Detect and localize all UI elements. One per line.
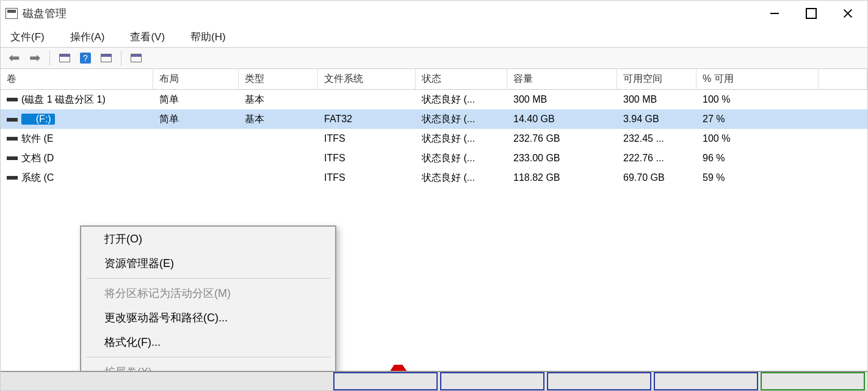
cell-capacity: 233.00 GB — [507, 150, 617, 166]
cell-type — [239, 136, 318, 141]
table-body: (磁盘 1 磁盘分区 1) 简单 基本 状态良好 (... 300 MB 300… — [1, 90, 867, 371]
menu-action[interactable]: 操作(A) — [67, 29, 109, 45]
partition-block[interactable] — [761, 372, 865, 390]
menu-view[interactable]: 查看(V) — [126, 29, 168, 45]
table-row[interactable]: (磁盘 1 磁盘分区 1) 简单 基本 状态良好 (... 300 MB 300… — [1, 90, 867, 109]
volume-icon — [7, 98, 18, 101]
disk-graphic-bar — [1, 371, 867, 390]
cell-free: 232.45 ... — [617, 131, 696, 147]
column-volume[interactable]: 卷 — [1, 69, 153, 89]
context-menu-separator — [86, 278, 330, 279]
close-button[interactable] — [830, 2, 866, 24]
cell-layout — [153, 136, 239, 141]
cell-status: 状态良好 (... — [416, 130, 507, 148]
table-row[interactable]: 文档 (D ITFS 状态良好 (... 233.00 GB 222.76 ..… — [1, 148, 867, 168]
properties-button[interactable] — [56, 50, 73, 66]
column-filesystem[interactable]: 文件系统 — [318, 69, 416, 89]
window: 磁盘管理 文件(F) 操作(A) 查看(V) 帮助(H) ⬅ ➡ ? 卷 布局 … — [0, 0, 868, 391]
toolbar-separator — [49, 51, 50, 65]
cell-type — [239, 156, 318, 161]
context-menu-open[interactable]: 打开(O) — [81, 227, 335, 251]
cell-type — [239, 175, 318, 180]
cell-capacity: 300 MB — [507, 92, 617, 108]
column-capacity[interactable]: 容量 — [507, 69, 617, 89]
column-percent[interactable]: % 可用 — [696, 69, 819, 89]
cell-fs: FAT32 — [318, 111, 416, 127]
menu-file[interactable]: 文件(F) — [7, 29, 48, 45]
list-button[interactable] — [128, 50, 145, 66]
cell-layout — [153, 175, 239, 180]
list-icon — [131, 54, 142, 62]
cell-volume: 文档 (D — [21, 153, 54, 163]
volume-icon — [7, 156, 18, 160]
cell-free: 69.70 GB — [617, 170, 696, 186]
toolbar: ⬅ ➡ ? — [1, 47, 867, 69]
cell-percent: 100 % — [696, 131, 819, 147]
cell-fs: ITFS — [318, 170, 416, 186]
context-menu-format[interactable]: 格式化(F)... — [81, 330, 335, 354]
context-menu-change-drive-letter[interactable]: 更改驱动器号和路径(C)... — [81, 305, 335, 330]
help-icon: ? — [80, 53, 91, 64]
context-menu-explorer[interactable]: 资源管理器(E) — [81, 251, 335, 276]
column-layout[interactable]: 布局 — [153, 69, 239, 89]
cell-layout — [153, 156, 239, 161]
volume-icon — [7, 176, 18, 180]
cell-fs: ITFS — [318, 150, 416, 166]
volume-icon — [7, 118, 18, 122]
cell-percent: 100 % — [696, 92, 819, 108]
view-button[interactable] — [98, 50, 115, 66]
help-button[interactable]: ? — [77, 50, 94, 66]
cell-status: 状态良好 (... — [416, 150, 507, 167]
partition-block[interactable] — [547, 372, 651, 390]
cell-fs: ITFS — [318, 131, 416, 147]
table-row[interactable]: 软件 (E ITFS 状态良好 (... 232.76 GB 232.45 ..… — [1, 129, 867, 148]
cell-capacity: 232.76 GB — [507, 131, 617, 147]
cell-percent: 96 % — [696, 150, 819, 166]
cell-status: 状态良好 (... — [416, 91, 507, 109]
context-menu: 打开(O) 资源管理器(E) 将分区标记为活动分区(M) 更改驱动器号和路径(C… — [80, 225, 336, 371]
toolbar-separator — [121, 51, 121, 65]
cell-fs — [318, 97, 416, 102]
app-icon — [5, 8, 18, 19]
cell-free: 222.76 ... — [617, 150, 696, 166]
window-title: 磁盘管理 — [23, 6, 67, 21]
cell-free: 3.94 GB — [617, 111, 696, 127]
properties-icon — [59, 54, 70, 62]
cell-layout: 简单 — [153, 111, 239, 128]
column-freespace[interactable]: 可用空间 — [617, 69, 696, 89]
forward-button[interactable]: ➡ — [26, 50, 43, 66]
cell-type: 基本 — [239, 111, 318, 128]
titlebar: 磁盘管理 — [1, 1, 867, 26]
cell-volume: (F:) — [21, 114, 55, 125]
menubar: 文件(F) 操作(A) 查看(V) 帮助(H) — [1, 26, 867, 47]
table-row[interactable]: 系统 (C ITFS 状态良好 (... 118.82 GB 69.70 GB … — [1, 168, 867, 188]
column-extra[interactable] — [819, 69, 867, 89]
cell-percent: 59 % — [696, 170, 819, 186]
context-menu-mark-active: 将分区标记为活动分区(M) — [81, 281, 335, 305]
context-menu-separator — [86, 357, 330, 357]
arrow-right-icon: ➡ — [29, 51, 40, 65]
volume-icon — [7, 137, 18, 141]
back-button[interactable]: ⬅ — [5, 50, 23, 66]
cell-capacity: 118.82 GB — [507, 170, 617, 186]
layout-icon — [101, 54, 112, 62]
partition-block[interactable] — [654, 372, 758, 390]
partition-block[interactable] — [333, 372, 438, 390]
table-header: 卷 布局 类型 文件系统 状态 容量 可用空间 % 可用 — [1, 69, 867, 90]
cell-volume: (磁盘 1 磁盘分区 1) — [21, 94, 106, 104]
cell-type: 基本 — [239, 91, 318, 109]
menu-help[interactable]: 帮助(H) — [187, 29, 230, 45]
column-status[interactable]: 状态 — [416, 69, 507, 89]
table-row[interactable]: (F:) 简单 基本 FAT32 状态良好 (... 14.40 GB 3.94… — [1, 109, 867, 129]
minimize-button[interactable] — [756, 2, 793, 24]
cell-free: 300 MB — [617, 92, 696, 108]
column-type[interactable]: 类型 — [239, 69, 318, 89]
partition-block[interactable] — [440, 372, 544, 390]
cell-capacity: 14.40 GB — [507, 111, 617, 127]
cell-percent: 27 % — [696, 111, 819, 127]
cell-volume: 软件 (E — [21, 133, 53, 144]
context-menu-extend: 扩展卷(X)... — [81, 360, 335, 371]
maximize-button[interactable] — [793, 2, 830, 24]
cell-volume: 系统 (C — [21, 172, 54, 183]
cell-status: 状态良好 (... — [416, 111, 507, 128]
